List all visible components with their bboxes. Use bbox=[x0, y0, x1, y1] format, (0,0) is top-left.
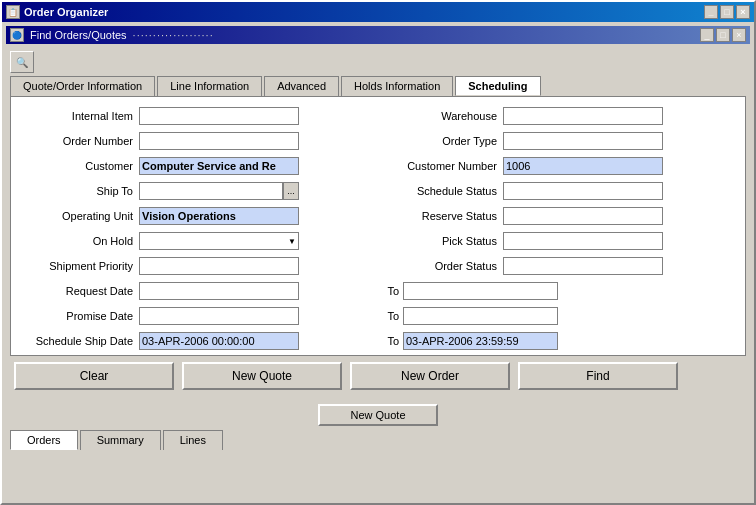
sub-window-title: Find Orders/Quotes bbox=[30, 29, 127, 41]
request-date-to-row: To bbox=[383, 280, 737, 302]
schedule-status-row: Schedule Status bbox=[383, 180, 737, 202]
order-type-row: Order Type bbox=[383, 130, 737, 152]
form-right: Warehouse Order Type Customer Number Sch… bbox=[383, 105, 737, 352]
customer-input[interactable] bbox=[139, 157, 299, 175]
bottom-tab-orders[interactable]: Orders bbox=[10, 430, 78, 450]
warehouse-label: Warehouse bbox=[383, 110, 503, 122]
schedule-ship-to-label: To bbox=[383, 335, 403, 347]
customer-label: Customer bbox=[19, 160, 139, 172]
schedule-ship-date-label: Schedule Ship Date bbox=[19, 335, 139, 347]
reserve-status-input[interactable] bbox=[503, 207, 663, 225]
promise-date-label: Promise Date bbox=[19, 310, 139, 322]
clear-button[interactable]: Clear bbox=[14, 362, 174, 390]
pick-status-input[interactable] bbox=[503, 232, 663, 250]
warehouse-row: Warehouse bbox=[383, 105, 737, 127]
customer-number-input[interactable] bbox=[503, 157, 663, 175]
schedule-ship-date-input[interactable] bbox=[139, 332, 299, 350]
minimize-btn[interactable]: _ bbox=[704, 5, 718, 19]
request-date-input[interactable] bbox=[139, 282, 299, 300]
button-row: Clear New Quote New Order Find bbox=[6, 356, 750, 396]
new-order-button[interactable]: New Order bbox=[350, 362, 510, 390]
bottom-tab-lines[interactable]: Lines bbox=[163, 430, 223, 450]
customer-row: Customer bbox=[19, 155, 373, 177]
sub-close-btn[interactable]: × bbox=[732, 28, 746, 42]
sub-minimize-btn[interactable]: _ bbox=[700, 28, 714, 42]
promise-date-input[interactable] bbox=[139, 307, 299, 325]
window-title: Order Organizer bbox=[24, 6, 108, 18]
ship-to-row: Ship To ... bbox=[19, 180, 373, 202]
order-number-row: Order Number bbox=[19, 130, 373, 152]
customer-number-label: Customer Number bbox=[383, 160, 503, 172]
new-quote-area: New Quote bbox=[10, 404, 746, 426]
form-left: Internal Item Order Number Customer Ship… bbox=[19, 105, 373, 352]
schedule-ship-to-row: To bbox=[383, 330, 737, 352]
on-hold-select[interactable]: ▼ bbox=[139, 232, 299, 250]
tab-quote-order[interactable]: Quote/Order Information bbox=[10, 76, 155, 96]
order-status-label: Order Status bbox=[383, 260, 503, 272]
new-quote-small-button[interactable]: New Quote bbox=[318, 404, 438, 426]
promise-date-row: Promise Date bbox=[19, 305, 373, 327]
tabs-container: Quote/Order Information Line Information… bbox=[6, 76, 750, 96]
sub-restore-btn[interactable]: □ bbox=[716, 28, 730, 42]
customer-number-row: Customer Number bbox=[383, 155, 737, 177]
internal-item-row: Internal Item bbox=[19, 105, 373, 127]
shipment-priority-row: Shipment Priority bbox=[19, 255, 373, 277]
promise-date-to-label: To bbox=[383, 310, 403, 322]
tab-holds-info[interactable]: Holds Information bbox=[341, 76, 453, 96]
bottom-tab-summary[interactable]: Summary bbox=[80, 430, 161, 450]
order-status-row: Order Status bbox=[383, 255, 737, 277]
inner-area: 🔵 Find Orders/Quotes ···················… bbox=[2, 22, 754, 400]
order-number-input[interactable] bbox=[139, 132, 299, 150]
form-panel: Internal Item Order Number Customer Ship… bbox=[10, 96, 746, 356]
ship-to-input[interactable] bbox=[139, 182, 283, 200]
order-number-label: Order Number bbox=[19, 135, 139, 147]
sub-title-controls: _ □ × bbox=[700, 28, 746, 42]
request-date-to-label: To bbox=[383, 285, 403, 297]
promise-date-to-row: To bbox=[383, 305, 737, 327]
order-type-input[interactable] bbox=[503, 132, 663, 150]
shipment-priority-label: Shipment Priority bbox=[19, 260, 139, 272]
order-type-label: Order Type bbox=[383, 135, 503, 147]
toolbar-search-btn[interactable]: 🔍 bbox=[10, 51, 34, 73]
form-grid: Internal Item Order Number Customer Ship… bbox=[19, 105, 737, 352]
schedule-ship-to-input[interactable] bbox=[403, 332, 558, 350]
restore-btn[interactable]: □ bbox=[720, 5, 734, 19]
internal-item-label: Internal Item bbox=[19, 110, 139, 122]
toolbar: 🔍 bbox=[6, 48, 750, 76]
ship-to-ellipsis[interactable]: ... bbox=[283, 182, 299, 200]
close-btn[interactable]: × bbox=[736, 5, 750, 19]
tab-advanced[interactable]: Advanced bbox=[264, 76, 339, 96]
schedule-ship-date-row: Schedule Ship Date bbox=[19, 330, 373, 352]
title-bar-left: 📋 Order Organizer bbox=[6, 5, 108, 19]
on-hold-row: On Hold ▼ bbox=[19, 230, 373, 252]
bottom-tabs: Orders Summary Lines bbox=[10, 430, 746, 450]
shipment-priority-input[interactable] bbox=[139, 257, 299, 275]
find-button[interactable]: Find bbox=[518, 362, 678, 390]
operating-unit-input[interactable] bbox=[139, 207, 299, 225]
internal-item-input[interactable] bbox=[139, 107, 299, 125]
on-hold-arrow: ▼ bbox=[288, 237, 296, 246]
operating-unit-label: Operating Unit bbox=[19, 210, 139, 222]
sub-title-left: 🔵 Find Orders/Quotes ···················… bbox=[10, 28, 214, 42]
promise-date-to-input[interactable] bbox=[403, 307, 558, 325]
bottom-area: New Quote Orders Summary Lines bbox=[2, 400, 754, 454]
warehouse-input[interactable] bbox=[503, 107, 663, 125]
sub-title-bar: 🔵 Find Orders/Quotes ···················… bbox=[6, 26, 750, 44]
schedule-status-input[interactable] bbox=[503, 182, 663, 200]
new-quote-button[interactable]: New Quote bbox=[182, 362, 342, 390]
request-date-to-input[interactable] bbox=[403, 282, 558, 300]
dotted-separator: ···················· bbox=[133, 29, 214, 41]
pick-status-row: Pick Status bbox=[383, 230, 737, 252]
order-status-input[interactable] bbox=[503, 257, 663, 275]
window-icon: 📋 bbox=[6, 5, 20, 19]
reserve-status-label: Reserve Status bbox=[383, 210, 503, 222]
sub-window-icon: 🔵 bbox=[10, 28, 24, 42]
request-date-label: Request Date bbox=[19, 285, 139, 297]
pick-status-label: Pick Status bbox=[383, 235, 503, 247]
tab-scheduling[interactable]: Scheduling bbox=[455, 76, 540, 96]
reserve-status-row: Reserve Status bbox=[383, 205, 737, 227]
title-bar: 📋 Order Organizer _ □ × bbox=[2, 2, 754, 22]
title-bar-controls: _ □ × bbox=[704, 5, 750, 19]
tab-line-info[interactable]: Line Information bbox=[157, 76, 262, 96]
schedule-status-label: Schedule Status bbox=[383, 185, 503, 197]
